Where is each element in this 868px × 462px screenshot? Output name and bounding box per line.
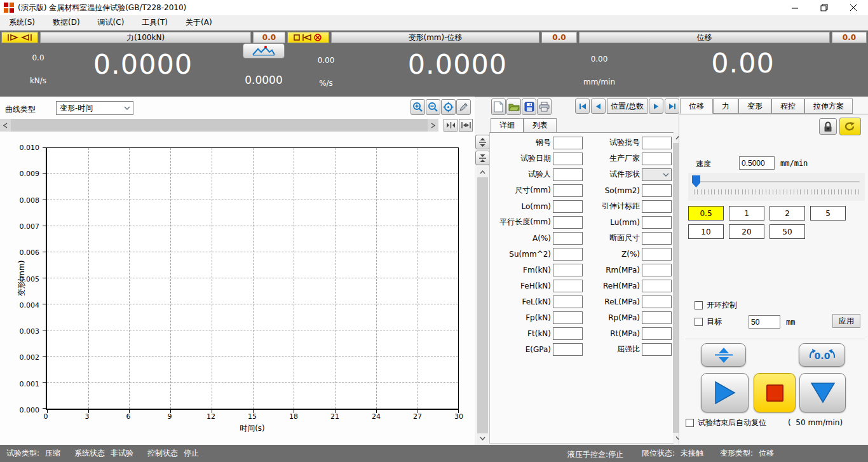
preset-2-button[interactable]: 2 xyxy=(770,206,805,221)
field-input[interactable] xyxy=(642,296,672,308)
preset-5-button[interactable]: 5 xyxy=(810,206,846,221)
force-channel-bar: 力(100kN) xyxy=(40,32,251,43)
field-input[interactable] xyxy=(553,200,583,213)
scroll-up-icon[interactable] xyxy=(477,167,488,177)
deform-peak-box[interactable]: 0.0 xyxy=(541,32,577,43)
field-input[interactable] xyxy=(553,311,583,324)
chart-vertical-scrollbar[interactable] xyxy=(477,167,488,444)
prev-record-button[interactable] xyxy=(591,99,606,114)
speed-input[interactable] xyxy=(739,156,775,170)
tab-拉伸方案[interactable]: 拉伸方案 xyxy=(804,99,853,114)
preset-1-button[interactable]: 1 xyxy=(729,206,764,221)
preset-0.5-button[interactable]: 0.5 xyxy=(688,206,724,221)
down-button[interactable] xyxy=(799,373,846,412)
field-input[interactable] xyxy=(553,327,583,340)
disp-peak-box[interactable]: 0.0 xyxy=(832,32,867,43)
print-button[interactable] xyxy=(537,99,552,115)
last-record-button[interactable] xyxy=(665,99,679,114)
field-input[interactable] xyxy=(553,296,583,308)
expand-vertical-button[interactable] xyxy=(475,135,490,149)
tab-列表[interactable]: 列表 xyxy=(524,118,557,133)
lock-button[interactable] xyxy=(819,118,837,135)
collapse-vertical-button[interactable] xyxy=(475,151,490,165)
edit-button[interactable] xyxy=(456,99,471,115)
field-input[interactable] xyxy=(553,280,583,292)
reset-button[interactable] xyxy=(839,118,861,135)
fit-width-button[interactable] xyxy=(459,119,473,132)
maximize-button[interactable] xyxy=(810,0,839,15)
field-input[interactable] xyxy=(553,232,583,245)
target-input[interactable] xyxy=(749,315,780,329)
field-input[interactable] xyxy=(553,137,583,149)
field-input[interactable] xyxy=(642,153,672,165)
field-input[interactable] xyxy=(553,184,583,197)
first-record-button[interactable] xyxy=(575,99,590,114)
crosshair-button[interactable] xyxy=(441,99,456,115)
checkbox-icon[interactable] xyxy=(695,318,703,326)
menu-item-3[interactable]: 调试(C) xyxy=(89,15,133,31)
extensometer-button[interactable] xyxy=(1,32,38,43)
tare-button[interactable]: 0.0 xyxy=(799,343,845,367)
field-input[interactable] xyxy=(642,343,672,356)
save-button[interactable] xyxy=(522,99,536,115)
expand-vertical-icon xyxy=(479,138,486,147)
preset-50-button[interactable]: 50 xyxy=(770,224,805,239)
field-input[interactable] xyxy=(553,264,583,276)
curve-type-select[interactable]: 变形-时间 xyxy=(56,101,133,115)
checkbox-icon[interactable] xyxy=(686,419,694,427)
close-button[interactable] xyxy=(839,0,868,15)
scroll-left-icon[interactable] xyxy=(0,119,11,132)
field-input[interactable] xyxy=(642,327,672,340)
field-input[interactable] xyxy=(642,184,672,197)
open-button[interactable] xyxy=(506,99,521,115)
menu-item-4[interactable]: 工具(T) xyxy=(133,15,177,31)
jog-button[interactable] xyxy=(701,343,746,367)
limit-button[interactable] xyxy=(287,32,329,43)
field-input[interactable] xyxy=(642,216,672,229)
preset-20-button[interactable]: 20 xyxy=(729,224,764,239)
field-input[interactable] xyxy=(642,232,672,245)
tab-力[interactable]: 力 xyxy=(713,99,738,114)
next-record-button[interactable] xyxy=(649,99,663,114)
field-input[interactable] xyxy=(553,343,583,356)
tab-变形[interactable]: 变形 xyxy=(738,99,771,114)
horizontal-scrollbar[interactable] xyxy=(0,119,438,132)
stop-button[interactable] xyxy=(754,373,796,412)
field-input[interactable] xyxy=(553,168,583,181)
tab-位移[interactable]: 位移 xyxy=(680,99,713,114)
minimize-button[interactable] xyxy=(780,0,810,15)
apply-button[interactable]: 应用 xyxy=(832,314,860,328)
field-input[interactable] xyxy=(642,280,672,292)
field-input[interactable] xyxy=(553,216,583,229)
checkbox-icon[interactable] xyxy=(695,301,703,309)
menu-item-1[interactable]: 系统(S) xyxy=(0,15,44,31)
zoom-in-button[interactable] xyxy=(410,99,425,115)
field-input[interactable] xyxy=(553,248,583,261)
tab-详细[interactable]: 详细 xyxy=(491,118,524,133)
field-input[interactable] xyxy=(642,200,672,213)
target-checkbox[interactable]: 目标 xyxy=(695,316,722,327)
menu-item-2[interactable]: 数据(D) xyxy=(44,15,89,31)
fit-x-button[interactable] xyxy=(444,119,458,132)
field-input[interactable] xyxy=(642,137,672,149)
scroll-right-icon[interactable] xyxy=(428,119,438,132)
scroll-down-icon[interactable] xyxy=(477,433,488,444)
slider-track[interactable] xyxy=(693,181,860,183)
open-loop-checkbox[interactable]: 开环控制 xyxy=(695,300,737,311)
new-button[interactable] xyxy=(491,99,506,115)
field-select[interactable] xyxy=(642,168,672,181)
peak-button[interactable] xyxy=(243,43,285,58)
run-button[interactable] xyxy=(701,373,749,412)
preset-10-button[interactable]: 10 xyxy=(688,224,724,239)
field-input[interactable] xyxy=(553,153,583,165)
auto-reset-checkbox[interactable]: 试验结束后自动复位 xyxy=(686,418,766,428)
field-input[interactable] xyxy=(642,264,672,276)
tab-程控[interactable]: 程控 xyxy=(771,99,804,114)
field-input[interactable] xyxy=(642,311,672,324)
zoom-out-button[interactable] xyxy=(426,99,440,115)
menu-item-5[interactable]: 关于(A) xyxy=(177,15,221,31)
field-input[interactable] xyxy=(642,248,672,261)
force-peak-box[interactable]: 0.0 xyxy=(253,32,285,43)
speed-slider[interactable] xyxy=(688,173,865,201)
slider-thumb[interactable] xyxy=(692,175,700,187)
